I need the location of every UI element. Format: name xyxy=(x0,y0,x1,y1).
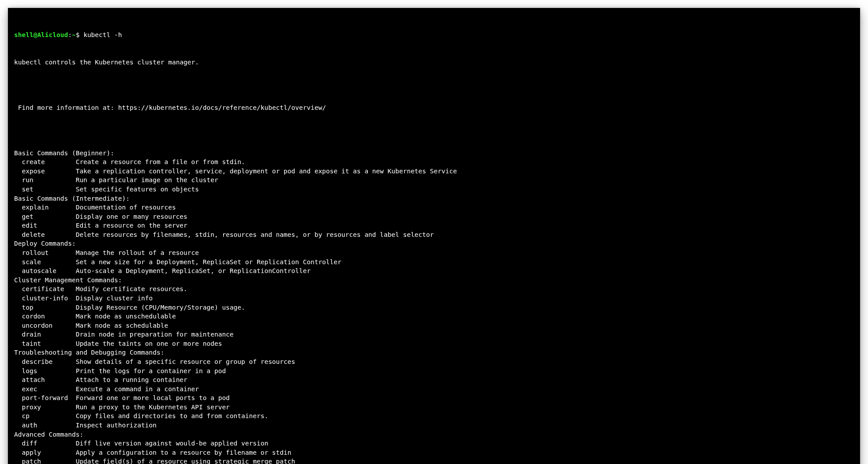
command-name: run xyxy=(22,176,75,185)
indent xyxy=(14,393,22,403)
indent xyxy=(14,330,22,339)
indent xyxy=(14,221,22,230)
command-name: set xyxy=(22,185,75,194)
command-row: setSet specific features on objects xyxy=(14,185,854,194)
indent xyxy=(14,321,22,330)
command-name: exec xyxy=(22,385,75,394)
command-name: get xyxy=(22,212,75,221)
indent xyxy=(14,375,22,385)
command-row: rolloutManage the rollout of a resource xyxy=(14,248,854,258)
command-row: proxyRun a proxy to the Kubernetes API s… xyxy=(14,403,854,412)
command-description: Print the logs for a container in a pod xyxy=(76,367,226,374)
command-row: autoscaleAuto-scale a Deployment, Replic… xyxy=(14,266,854,276)
indent xyxy=(14,284,22,294)
command-name: scale xyxy=(22,258,75,267)
command-row: execExecute a command in a container xyxy=(14,385,854,394)
indent xyxy=(14,258,22,267)
command-name: diff xyxy=(22,439,75,448)
command-description: Mark node as schedulable xyxy=(76,322,168,329)
indent xyxy=(14,167,22,176)
command-row: logsPrint the logs for a container in a … xyxy=(14,367,854,376)
terminal-window[interactable]: shell@Alicloud:~$ kubectl -h kubectl con… xyxy=(8,8,860,464)
command-name: cluster-info xyxy=(22,294,75,303)
section-title: Basic Commands (Beginner): xyxy=(14,149,854,158)
command-name: top xyxy=(22,303,75,312)
section-title: Basic Commands (Intermediate): xyxy=(14,194,854,203)
indent xyxy=(14,412,22,421)
indent xyxy=(14,185,22,194)
command-row: scaleSet a new size for a Deployment, Re… xyxy=(14,258,854,267)
command-row: port-forwardForward one or more local po… xyxy=(14,393,854,403)
prompt-separator: : xyxy=(68,31,72,38)
prompt-line: shell@Alicloud:~$ kubectl -h xyxy=(14,30,854,40)
command-name: uncordon xyxy=(22,321,75,330)
indent xyxy=(14,230,22,239)
prompt-user-host: shell@Alicloud xyxy=(14,31,68,38)
command-name: taint xyxy=(22,339,75,348)
command-row: diffDiff live version against would-be a… xyxy=(14,439,854,448)
command-name: drain xyxy=(22,330,75,339)
indent xyxy=(14,357,22,367)
command-name: delete xyxy=(22,230,75,239)
indent xyxy=(14,176,22,185)
command-description: Display one or many resources xyxy=(76,213,187,220)
command-name: logs xyxy=(22,367,75,376)
command-name: expose xyxy=(22,167,75,176)
command-description: Manage the rollout of a resource xyxy=(76,249,199,256)
command-row: cpCopy files and directories to and from… xyxy=(14,412,854,421)
command-row: runRun a particular image on the cluster xyxy=(14,176,854,185)
indent xyxy=(14,294,22,303)
indent xyxy=(14,248,22,258)
command-description: Run a proxy to the Kubernetes API server xyxy=(76,404,230,411)
command-description: Copy files and directories to and from c… xyxy=(76,412,269,419)
command-description: Take a replication controller, service, … xyxy=(76,168,457,175)
indent xyxy=(14,157,22,167)
indent xyxy=(14,439,22,448)
section-title: Cluster Management Commands: xyxy=(14,276,854,285)
command-description: Inspect authorization xyxy=(76,422,157,429)
prompt-path: ~ xyxy=(72,31,76,38)
command-description: Execute a command in a container xyxy=(76,385,199,393)
command-name: rollout xyxy=(22,248,75,258)
indent xyxy=(14,339,22,348)
intro-line-2: Find more information at: https://kubern… xyxy=(14,103,854,112)
command-description: Attach to a running container xyxy=(76,376,187,383)
command-description: Forward one or more local ports to a pod xyxy=(76,394,230,401)
command-description: Create a resource from a file or from st… xyxy=(76,158,245,165)
command-row: applyApply a configuration to a resource… xyxy=(14,448,854,457)
indent xyxy=(14,266,22,276)
command-name: edit xyxy=(22,221,75,230)
indent xyxy=(14,367,22,376)
section-title: Deploy Commands: xyxy=(14,239,854,248)
command-description: Show details of a specific resource or g… xyxy=(76,358,296,365)
indent xyxy=(14,448,22,457)
indent xyxy=(14,403,22,412)
command-name: proxy xyxy=(22,403,75,412)
command-name: cordon xyxy=(22,312,75,321)
command-name: patch xyxy=(22,457,75,464)
command-name: auth xyxy=(22,421,75,430)
section-title: Advanced Commands: xyxy=(14,430,854,439)
command-description: Modify certificate resources. xyxy=(76,285,187,292)
command-row: createCreate a resource from a file or f… xyxy=(14,157,854,167)
command-row: taintUpdate the taints on one or more no… xyxy=(14,339,854,348)
command-row: uncordonMark node as schedulable xyxy=(14,321,854,330)
command-description: Display cluster info xyxy=(76,295,153,302)
section-title: Troubleshooting and Debugging Commands: xyxy=(14,348,854,357)
command-description: Delete resources by filenames, stdin, re… xyxy=(76,231,434,238)
prompt-dollar: $ xyxy=(76,31,83,38)
command-name: describe xyxy=(22,357,75,367)
command-row: exposeTake a replication controller, ser… xyxy=(14,167,854,176)
command-name: attach xyxy=(22,375,75,385)
command-description: Display Resource (CPU/Memory/Storage) us… xyxy=(76,304,245,311)
command-row: drainDrain node in preparation for maint… xyxy=(14,330,854,339)
indent xyxy=(14,212,22,221)
indent xyxy=(14,312,22,321)
command-name: cp xyxy=(22,412,75,421)
command-description: Auto-scale a Deployment, ReplicaSet, or … xyxy=(76,267,311,274)
command-name: apply xyxy=(22,448,75,457)
indent xyxy=(14,421,22,430)
indent xyxy=(14,457,22,464)
indent xyxy=(14,203,22,212)
command-description: Drain node in preparation for maintenanc… xyxy=(76,331,234,338)
